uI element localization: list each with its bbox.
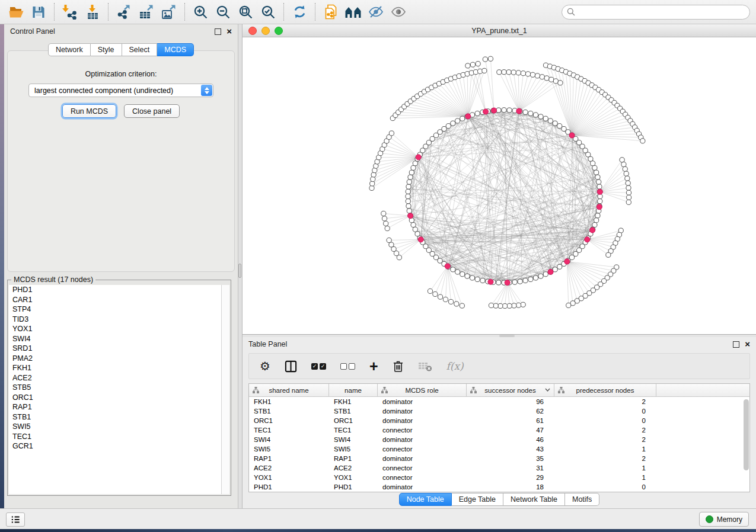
plus-icon: + bbox=[369, 360, 378, 372]
mcds-result-item[interactable]: ORC1 bbox=[9, 393, 229, 403]
table-settings-button[interactable]: ⚙ bbox=[260, 359, 270, 373]
mcds-result-item[interactable]: PMA2 bbox=[9, 354, 229, 364]
select-stepper-icon bbox=[201, 85, 212, 96]
vertical-splitter[interactable] bbox=[238, 24, 243, 508]
table-tabs-container: Node TableEdge TableNetwork TableMotifs bbox=[243, 493, 756, 506]
run-mcds-button[interactable]: Run MCDS bbox=[62, 104, 116, 118]
table-header-row: shared namenameMCDS rolesuccessor nodesp… bbox=[249, 384, 749, 397]
mcds-result-item[interactable]: PHD1 bbox=[9, 285, 229, 295]
close-panel-icon[interactable]: × bbox=[745, 341, 750, 347]
table-row[interactable]: YOX1YOX1connector291 bbox=[249, 473, 749, 482]
mcds-result-list: PHD1CAR1STP4TID3YOX1SWI4SRD1PMA2FKH1ACE2… bbox=[9, 285, 229, 494]
mcds-result-item[interactable]: CAR1 bbox=[9, 295, 229, 305]
import-table-button[interactable] bbox=[81, 2, 104, 22]
mcds-result-item[interactable]: STB5 bbox=[9, 383, 229, 393]
show-graphics-details-button[interactable] bbox=[387, 2, 410, 22]
zoom-in-button[interactable] bbox=[189, 2, 212, 22]
tab-network[interactable]: Network bbox=[48, 43, 91, 56]
network-window-titlebar[interactable]: YPA_prune.txt_1 bbox=[243, 24, 756, 37]
zoom-fit-button[interactable] bbox=[234, 2, 257, 22]
export-network-icon bbox=[116, 4, 132, 20]
list-icon bbox=[10, 515, 21, 524]
table-row[interactable]: STB1STB1dominator620 bbox=[249, 406, 749, 416]
export-table-button[interactable] bbox=[135, 2, 158, 22]
tab-edge-table[interactable]: Edge Table bbox=[452, 493, 503, 506]
delete-table-icon bbox=[418, 360, 432, 372]
column-header-mcds-role[interactable]: MCDS role bbox=[378, 384, 467, 396]
open-folder-icon bbox=[8, 5, 24, 19]
table-row[interactable]: SWI5SWI5connector431 bbox=[249, 444, 749, 454]
tab-node-table[interactable]: Node Table bbox=[399, 493, 452, 506]
mcds-result-item[interactable]: STB1 bbox=[9, 412, 229, 422]
show-columns-button[interactable] bbox=[285, 360, 297, 373]
column-header-name[interactable]: name bbox=[329, 384, 378, 396]
status-bar: Memory bbox=[0, 508, 756, 530]
mcds-result-item[interactable]: SWI4 bbox=[9, 334, 229, 344]
float-panel-icon[interactable] bbox=[733, 341, 739, 348]
splitter-grip[interactable] bbox=[238, 264, 241, 278]
criterion-select[interactable]: largest connected component (undirected) bbox=[28, 84, 213, 97]
mcds-result-item[interactable]: ACE2 bbox=[9, 373, 229, 383]
export-network-button[interactable] bbox=[113, 2, 135, 22]
import-network-button[interactable] bbox=[59, 2, 81, 22]
close-panel-icon[interactable]: × bbox=[227, 28, 232, 34]
toolbar-separator bbox=[315, 3, 315, 21]
criterion-selected-value: largest connected component (undirected) bbox=[34, 86, 173, 95]
search-input[interactable] bbox=[562, 5, 750, 20]
zoom-selected-button[interactable] bbox=[257, 2, 279, 22]
zoom-selected-icon bbox=[261, 5, 276, 20]
main-toolbar bbox=[0, 0, 756, 24]
refresh-icon bbox=[292, 5, 307, 19]
gear-icon: ⚙ bbox=[260, 359, 270, 373]
column-header-shared-name[interactable]: shared name bbox=[249, 384, 329, 396]
mcds-result-item[interactable]: STP4 bbox=[9, 305, 229, 315]
mcds-result-item[interactable]: RAP1 bbox=[9, 402, 229, 412]
column-header-successor-nodes[interactable]: successor nodes bbox=[467, 384, 554, 396]
mcds-result-item[interactable]: SRD1 bbox=[9, 344, 229, 354]
table-row[interactable]: RAP1RAP1dominator352 bbox=[249, 454, 749, 463]
mcds-result-item[interactable]: YOX1 bbox=[9, 324, 229, 334]
delete-column-button[interactable] bbox=[393, 360, 404, 373]
mcds-result-item[interactable]: FKH1 bbox=[9, 363, 229, 373]
mcds-result-item[interactable]: SWI5 bbox=[9, 422, 229, 432]
column-header-predecessor-nodes[interactable]: predecessor nodes bbox=[554, 384, 656, 396]
hide-graphics-details-button[interactable] bbox=[365, 2, 387, 22]
table-row[interactable]: PHD1PHD1dominator180 bbox=[249, 482, 749, 492]
zoom-out-button[interactable] bbox=[212, 2, 234, 22]
float-panel-icon[interactable] bbox=[215, 28, 221, 35]
tab-motifs[interactable]: Motifs bbox=[565, 493, 599, 506]
delete-table-button[interactable] bbox=[418, 360, 432, 372]
tab-select[interactable]: Select bbox=[122, 43, 158, 56]
share-document-button[interactable] bbox=[320, 2, 342, 22]
save-session-button[interactable] bbox=[27, 2, 50, 22]
network-graph[interactable] bbox=[243, 37, 756, 334]
show-panels-button[interactable] bbox=[6, 512, 25, 527]
export-image-button[interactable] bbox=[158, 2, 180, 22]
mcds-result-item[interactable]: GCR1 bbox=[9, 441, 229, 451]
table-row[interactable]: TEC1TEC1connector472 bbox=[249, 425, 749, 435]
binoculars-icon bbox=[344, 5, 362, 18]
select-all-button[interactable]: ✓ ✓ bbox=[311, 363, 326, 370]
table-scrollbar-thumb[interactable] bbox=[744, 399, 749, 470]
memory-button[interactable]: Memory bbox=[699, 512, 749, 527]
open-file-button[interactable] bbox=[5, 2, 27, 22]
tab-style[interactable]: Style bbox=[91, 43, 122, 56]
close-panel-button[interactable]: Close panel bbox=[124, 104, 180, 118]
search-network-button[interactable] bbox=[342, 2, 365, 22]
zoom-out-icon bbox=[216, 5, 231, 20]
table-row[interactable]: SWI4SWI4dominator462 bbox=[249, 435, 749, 444]
table-row[interactable]: ORC1ORC1dominator610 bbox=[249, 416, 749, 425]
toolbar-separator bbox=[54, 3, 55, 21]
tab-mcds[interactable]: MCDS bbox=[157, 43, 194, 56]
columns-icon bbox=[285, 360, 297, 373]
mcds-result-item[interactable]: TID3 bbox=[9, 315, 229, 325]
add-column-button[interactable]: + bbox=[369, 360, 378, 372]
apply-function-button[interactable]: f(x) bbox=[446, 360, 464, 372]
table-row[interactable]: ACE2ACE2connector311 bbox=[249, 463, 749, 473]
mcds-list-scrollbar[interactable] bbox=[221, 285, 229, 494]
mcds-result-item[interactable]: TEC1 bbox=[9, 432, 229, 442]
table-row[interactable]: FKH1FKH1dominator962 bbox=[249, 397, 749, 406]
tab-network-table[interactable]: Network Table bbox=[503, 493, 565, 506]
refresh-button[interactable] bbox=[288, 2, 311, 22]
deselect-all-button[interactable] bbox=[340, 363, 355, 370]
